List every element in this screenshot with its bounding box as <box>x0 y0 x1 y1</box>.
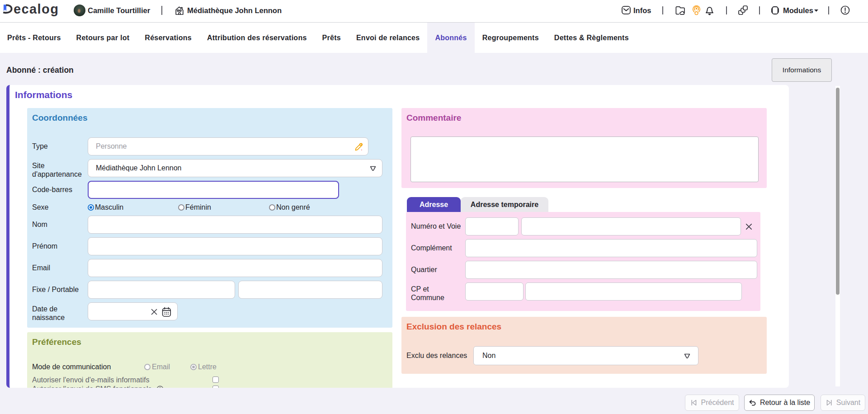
svg-text:ecalog: ecalog <box>14 2 59 16</box>
